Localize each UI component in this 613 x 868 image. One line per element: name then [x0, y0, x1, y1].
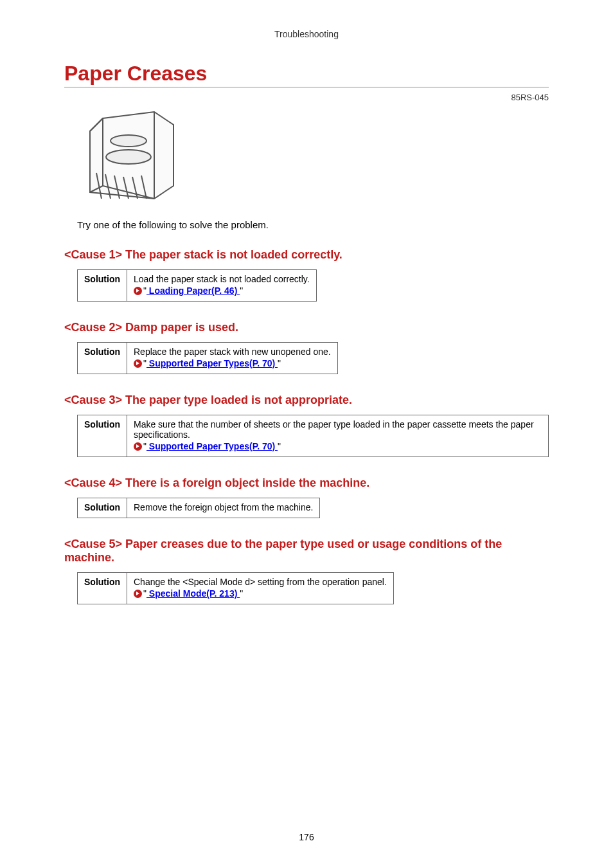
solution-table: Solution Remove the foreign object from …: [77, 498, 320, 518]
cause-section-2: <Cause 2> Damp paper is used. Solution R…: [64, 321, 549, 374]
solution-label: Solution: [78, 573, 127, 604]
loading-paper-link[interactable]: Loading Paper(P. 46): [147, 285, 240, 296]
svg-point-1: [111, 135, 147, 147]
cause-heading: <Cause 4> There is a foreign object insi…: [64, 476, 549, 490]
cause-heading: <Cause 3> The paper type loaded is not a…: [64, 393, 549, 407]
solution-table: Solution Change the <Special Mode d> set…: [77, 572, 394, 604]
cause-section-3: <Cause 3> The paper type loaded is not a…: [64, 393, 549, 457]
solution-body: Remove the foreign object from the machi…: [134, 502, 313, 512]
solution-label: Solution: [78, 498, 127, 518]
solution-label: Solution: [78, 270, 127, 302]
cause-heading: <Cause 1> The paper stack is not loaded …: [64, 248, 549, 262]
cause-section-4: <Cause 4> There is a foreign object insi…: [64, 476, 549, 518]
link-suffix: ": [278, 358, 281, 368]
arrow-right-icon: [134, 287, 142, 295]
link-suffix: ": [278, 441, 281, 451]
solution-body: Change the <Special Mode d> setting from…: [134, 577, 387, 587]
hero-illustration: [77, 109, 549, 208]
solution-cell: Replace the paper stack with new unopene…: [127, 343, 338, 374]
supported-paper-types-link[interactable]: Supported Paper Types(P. 70): [147, 441, 278, 451]
solution-table: Solution Replace the paper stack with ne…: [77, 342, 338, 374]
arrow-right-icon: [134, 590, 142, 598]
solution-cell: Remove the foreign object from the machi…: [127, 498, 320, 518]
solution-label: Solution: [78, 343, 127, 374]
page-number: 176: [0, 832, 613, 842]
supported-paper-types-link[interactable]: Supported Paper Types(P. 70): [147, 358, 278, 368]
solution-body: Load the paper stack is not loaded corre…: [134, 274, 310, 284]
solution-cell: Load the paper stack is not loaded corre…: [127, 270, 317, 302]
document-id: 85RS-045: [64, 93, 549, 102]
cause-section-1: <Cause 1> The paper stack is not loaded …: [64, 248, 549, 302]
cause-heading: <Cause 2> Damp paper is used.: [64, 321, 549, 334]
solution-cell: Change the <Special Mode d> setting from…: [127, 573, 394, 604]
solution-table: Solution Load the paper stack is not loa…: [77, 269, 317, 302]
arrow-right-icon: [134, 359, 142, 368]
intro-text: Try one of the following to solve the pr…: [77, 219, 549, 230]
page-title: Paper Creases: [64, 62, 549, 87]
cause-heading: <Cause 5> Paper creases due to the paper…: [64, 538, 549, 565]
link-suffix: ": [240, 588, 243, 599]
solution-label: Solution: [78, 415, 127, 457]
cause-section-5: <Cause 5> Paper creases due to the paper…: [64, 538, 549, 604]
solution-body: Make sure that the number of sheets or t…: [134, 419, 534, 440]
svg-point-2: [106, 150, 151, 164]
solution-body: Replace the paper stack with new unopene…: [134, 347, 331, 357]
breadcrumb: Troubleshooting: [64, 29, 549, 39]
arrow-right-icon: [134, 442, 142, 451]
solution-cell: Make sure that the number of sheets or t…: [127, 415, 549, 457]
link-suffix: ": [240, 285, 243, 296]
solution-table: Solution Make sure that the number of sh…: [77, 415, 549, 457]
special-mode-link[interactable]: Special Mode(P. 213): [147, 588, 240, 599]
